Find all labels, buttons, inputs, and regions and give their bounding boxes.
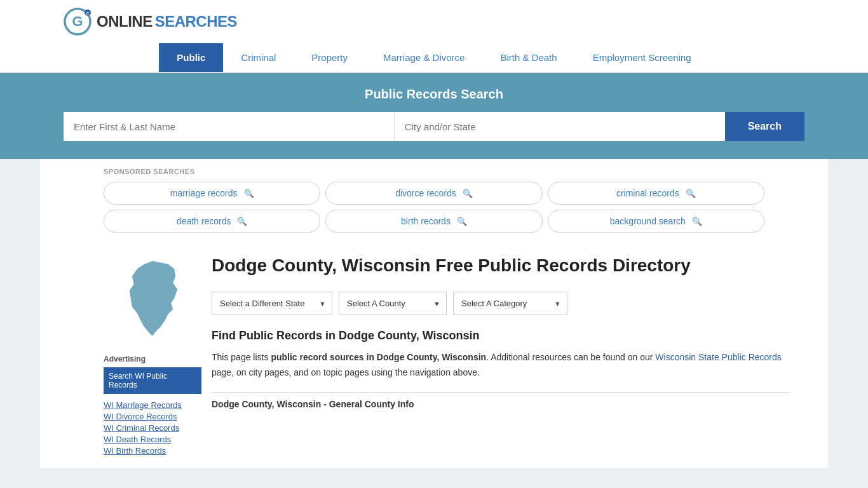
search-icon-5: 🔍	[457, 217, 467, 226]
nav-item-public[interactable]: Public	[159, 43, 223, 72]
sidebar-link-death[interactable]: WI Death Records	[104, 435, 201, 444]
find-desc-1: This page lists	[212, 352, 271, 362]
search-tag-background[interactable]: background search 🔍	[548, 210, 764, 233]
criminal-tag-text: criminal records	[616, 188, 679, 198]
nav-item-marriage-divorce[interactable]: Marriage & Divorce	[365, 43, 482, 72]
logo-icon: G C	[64, 8, 92, 36]
nav-item-birth-death[interactable]: Birth & Death	[482, 43, 574, 72]
general-info-bar: Dodge County, Wisconsin - General County…	[212, 392, 790, 409]
location-input[interactable]	[395, 112, 725, 141]
search-icon-4: 🔍	[237, 217, 247, 226]
general-info-text: Dodge County, Wisconsin - General County…	[212, 399, 414, 409]
search-button[interactable]: Search	[725, 112, 804, 141]
sidebar-link-criminal[interactable]: WI Criminal Records	[104, 423, 201, 433]
svg-text:G: G	[72, 13, 83, 29]
search-tag-death[interactable]: death records 🔍	[104, 210, 320, 233]
state-dropdown[interactable]: Select a Different State	[212, 292, 332, 315]
nav-item-employment[interactable]: Employment Screening	[575, 43, 709, 72]
search-tags-grid: marriage records 🔍 divorce records 🔍 cri…	[104, 182, 764, 233]
sidebar-advertising: Advertising Search WI Public Records WI …	[104, 355, 201, 456]
county-title: Dodge County, Wisconsin Free Public Reco…	[212, 254, 790, 276]
death-tag-text: death records	[177, 216, 231, 226]
category-dropdown-wrapper: Select A Category ▼	[453, 292, 567, 315]
search-tag-criminal[interactable]: criminal records 🔍	[548, 182, 764, 205]
main-content: Dodge County, Wisconsin Free Public Reco…	[212, 241, 790, 456]
state-map-container	[104, 254, 201, 349]
logo-online: ONLINE	[97, 13, 153, 30]
sponsored-section: SPONSORED SEARCHES marriage records 🔍 di…	[40, 159, 828, 241]
sidebar: Advertising Search WI Public Records WI …	[104, 241, 212, 456]
search-icon-2: 🔍	[463, 189, 473, 198]
find-desc-bold: public record sources in Dodge County, W…	[271, 352, 486, 362]
dropdowns-row: Select a Different State ▼ Select A Coun…	[212, 292, 790, 315]
logo-searches: SEARCHES	[155, 13, 237, 30]
svg-text:C: C	[86, 11, 89, 16]
sidebar-ad-label: Advertising	[104, 355, 201, 363]
content-wrapper: SPONSORED SEARCHES marriage records 🔍 di…	[40, 159, 828, 468]
find-desc-3: page, on city pages, and on topic pages …	[212, 367, 480, 377]
logo-text: ONLINE SEARCHES	[97, 13, 237, 30]
main-nav: Public Criminal Property Marriage & Divo…	[0, 43, 868, 73]
divorce-tag-text: divorce records	[395, 188, 456, 198]
body-section: Advertising Search WI Public Records WI …	[40, 241, 828, 468]
banner-title: Public Records Search	[64, 87, 804, 102]
find-title: Find Public Records in Dodge County, Wis…	[212, 329, 790, 342]
search-tag-divorce[interactable]: divorce records 🔍	[325, 182, 542, 205]
find-link[interactable]: Wisconsin State Public Records	[655, 352, 781, 362]
search-icon-3: 🔍	[686, 189, 696, 198]
search-form: Search	[64, 112, 804, 141]
birth-tag-text: birth records	[401, 216, 451, 226]
county-dropdown[interactable]: Select A County	[339, 292, 447, 315]
find-desc-2: . Additional resources can be found on o…	[486, 352, 655, 362]
nav-item-criminal[interactable]: Criminal	[223, 43, 294, 72]
nav-item-property[interactable]: Property	[294, 43, 365, 72]
sidebar-ad-button[interactable]: Search WI Public Records	[104, 367, 201, 394]
search-tag-marriage[interactable]: marriage records 🔍	[104, 182, 320, 205]
state-dropdown-wrapper: Select a Different State ▼	[212, 292, 332, 315]
sidebar-link-marriage[interactable]: WI Marriage Records	[104, 400, 201, 410]
marriage-tag-text: marriage records	[170, 188, 238, 198]
search-banner: Public Records Search Search	[0, 73, 868, 159]
sidebar-links: WI Marriage Records WI Divorce Records W…	[104, 400, 201, 456]
header: G C ONLINE SEARCHES	[0, 0, 868, 43]
name-input[interactable]	[64, 112, 395, 141]
search-icon-1: 🔍	[244, 189, 254, 198]
sidebar-link-divorce[interactable]: WI Divorce Records	[104, 412, 201, 421]
sidebar-link-birth[interactable]: WI Birth Records	[104, 446, 201, 456]
sponsored-label: SPONSORED SEARCHES	[104, 168, 764, 175]
county-dropdown-wrapper: Select A County ▼	[339, 292, 447, 315]
background-tag-text: background search	[610, 216, 686, 226]
search-icon-6: 🔍	[692, 217, 702, 226]
search-tag-birth[interactable]: birth records 🔍	[325, 210, 542, 233]
category-dropdown[interactable]: Select A Category	[453, 292, 567, 315]
wisconsin-map	[118, 257, 187, 346]
logo: G C ONLINE SEARCHES	[64, 8, 237, 36]
find-description: This page lists public record sources in…	[212, 350, 790, 381]
